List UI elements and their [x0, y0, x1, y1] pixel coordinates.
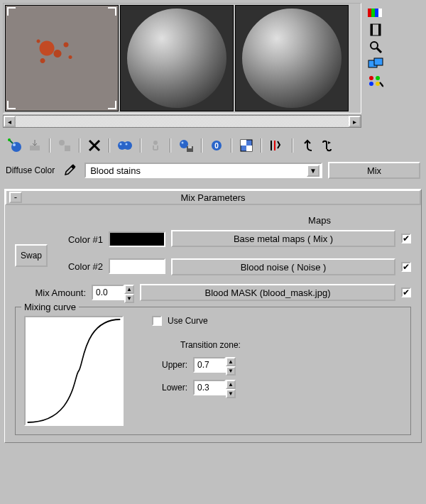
svg-rect-1	[371, 9, 375, 17]
material-name-dropdown[interactable]: Blood stains ▼	[84, 163, 322, 178]
svg-point-23	[120, 143, 122, 146]
rollout-collapse-button[interactable]: -	[9, 192, 22, 203]
map1-check[interactable]: ✔	[401, 234, 411, 243]
rollout-header[interactable]: - Mix Parameters	[5, 190, 421, 205]
maps-header: Maps	[228, 215, 411, 226]
go-parent-button[interactable]	[298, 136, 317, 155]
map2-button[interactable]: Blood noise ( Noise )	[171, 258, 395, 275]
svg-rect-37	[71, 164, 76, 169]
curve-preview	[24, 316, 124, 426]
options-button[interactable]	[267, 136, 287, 155]
save-library-button[interactable]	[176, 136, 196, 155]
eyedropper-button[interactable]	[60, 163, 79, 178]
material-type-button[interactable]: Mix	[328, 162, 420, 179]
mix-map-button[interactable]: Blood MASK (blood_mask.jpg)	[140, 284, 395, 301]
svg-point-12	[376, 76, 380, 80]
lower-spinner[interactable]: ▲▼	[193, 380, 236, 395]
upper-spinner[interactable]: ▲▼	[193, 357, 236, 373]
svg-point-7	[371, 42, 378, 49]
mixing-curve-group: Mixing curve Use Curve Transition zone:	[15, 307, 411, 435]
upper-label: Upper:	[152, 360, 187, 370]
side-toolbar	[363, 3, 388, 91]
magnify-icon[interactable]	[367, 40, 384, 54]
use-curve-label: Use Curve	[168, 316, 208, 326]
rollout-title: Mix Parameters	[180, 192, 245, 203]
spinner-up-icon[interactable]: ▲	[226, 380, 236, 389]
svg-point-17	[8, 138, 11, 141]
svg-rect-5	[371, 24, 373, 35]
svg-line-8	[377, 48, 381, 53]
colorbar-icon[interactable]	[367, 6, 384, 20]
scroll-track[interactable]	[16, 116, 349, 127]
lower-input[interactable]	[193, 380, 226, 395]
map1-button[interactable]: Base metal maps ( Mix )	[171, 230, 395, 247]
effects-button[interactable]: 0	[207, 136, 226, 155]
svg-point-13	[369, 82, 373, 86]
mix-amount-input[interactable]	[92, 285, 124, 300]
color-dots-icon[interactable]	[367, 74, 384, 88]
upper-input[interactable]	[193, 357, 226, 373]
spinner-down-icon[interactable]: ▼	[124, 294, 134, 303]
svg-rect-18	[30, 146, 40, 150]
spinner-down-icon[interactable]: ▼	[226, 366, 236, 376]
material-slot-3[interactable]	[235, 5, 349, 111]
put-material-button	[26, 136, 44, 155]
mix-parameters-rollout: - Mix Parameters Maps Swap Color #1 Colo…	[4, 189, 422, 443]
map2-check[interactable]: ✔	[401, 262, 411, 272]
make-copy-button[interactable]	[115, 136, 135, 155]
spinner-up-icon[interactable]: ▲	[226, 357, 236, 366]
material-name-value: Blood stains	[90, 165, 141, 176]
delete-button[interactable]	[85, 136, 104, 155]
svg-point-16	[13, 143, 16, 146]
spinner-up-icon[interactable]: ▲	[124, 285, 134, 294]
color1-label: Color #1	[53, 234, 103, 245]
material-slot-1[interactable]	[5, 5, 119, 111]
mix-amount-label: Mix Amount:	[15, 287, 86, 298]
svg-point-11	[369, 76, 373, 80]
svg-text:0: 0	[214, 142, 219, 150]
material-name-row: Diffuse Color Blood stains ▼ Mix	[3, 162, 423, 179]
color-maps-block: Swap Color #1 Color #2 Base metal maps (…	[15, 230, 411, 281]
svg-point-25	[153, 141, 158, 145]
svg-point-15	[11, 142, 21, 152]
svg-point-22	[124, 141, 132, 150]
lower-label: Lower:	[152, 383, 187, 393]
assign-button	[55, 136, 74, 155]
spinner-down-icon[interactable]: ▼	[226, 389, 236, 398]
svg-point-19	[59, 140, 65, 146]
scroll-right-button[interactable]: ▸	[349, 116, 361, 127]
svg-rect-34	[246, 146, 252, 151]
svg-point-24	[126, 143, 128, 146]
show-map-button[interactable]	[237, 136, 256, 155]
preview-scrollbar[interactable]: ◂ ▸	[3, 115, 361, 128]
svg-point-27	[182, 142, 184, 144]
screens-icon[interactable]	[367, 57, 384, 71]
make-unique-button	[146, 136, 165, 155]
film-icon[interactable]	[367, 23, 384, 37]
svg-rect-3	[378, 9, 382, 17]
svg-rect-33	[241, 140, 246, 146]
mixing-curve-label: Mixing curve	[21, 302, 79, 312]
svg-rect-0	[368, 9, 371, 17]
top-area: ◂ ▸	[3, 3, 423, 128]
svg-rect-10	[374, 58, 383, 65]
swap-button[interactable]: Swap	[15, 244, 48, 267]
svg-rect-6	[378, 24, 381, 35]
get-material-button[interactable]	[6, 136, 24, 155]
dropdown-arrow-icon[interactable]: ▼	[307, 165, 320, 177]
material-preview-panel	[3, 3, 361, 114]
material-slot-2[interactable]	[120, 5, 234, 111]
color2-swatch[interactable]	[109, 258, 165, 274]
svg-rect-2	[375, 9, 378, 17]
go-sibling-button[interactable]	[318, 136, 337, 155]
svg-point-14	[376, 82, 380, 86]
svg-rect-20	[65, 146, 70, 151]
use-curve-check[interactable]	[152, 316, 162, 326]
transition-label: Transition zone:	[180, 340, 241, 350]
scroll-left-button[interactable]: ◂	[4, 116, 16, 127]
color1-swatch[interactable]	[109, 231, 165, 247]
main-toolbar: 0	[3, 135, 423, 156]
mix-map-check[interactable]: ✔	[401, 287, 411, 297]
slot-label: Diffuse Color	[6, 165, 55, 175]
mix-amount-spinner[interactable]: ▲▼	[92, 285, 134, 300]
